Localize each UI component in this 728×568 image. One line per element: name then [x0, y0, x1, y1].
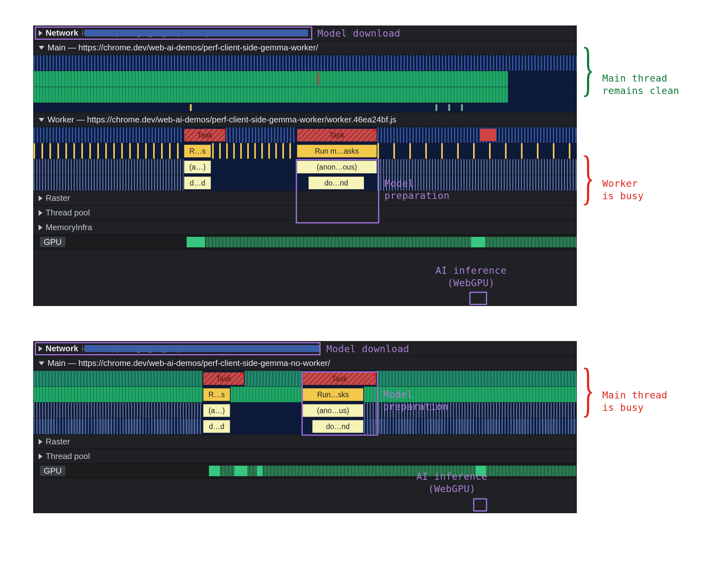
- do-block[interactable]: do…nd: [312, 420, 363, 433]
- run-label: Run…sks: [317, 390, 349, 399]
- task-label: Task: [329, 131, 344, 140]
- anon-block[interactable]: (ano…us): [303, 404, 363, 417]
- anno-model-download: Model download: [317, 28, 400, 39]
- main-track-anon[interactable]: (a…) (ano…us): [33, 402, 576, 418]
- anno-model-download: Model download: [326, 343, 409, 354]
- threadpool-label: Thread pool: [46, 451, 90, 461]
- main-track-task[interactable]: Task Task: [33, 371, 576, 387]
- brace-worker: }: [582, 147, 595, 207]
- anon-label: (a…): [208, 406, 225, 415]
- main-track-4[interactable]: [33, 103, 576, 113]
- expand-icon[interactable]: [39, 210, 42, 216]
- collapse-icon[interactable]: [39, 118, 44, 122]
- do-block[interactable]: do…nd: [308, 177, 364, 189]
- panel-worker-wrap: Network i-int4.bin (storage.googleapis.c…: [33, 26, 703, 306]
- track-worker-header[interactable]: Worker — https://chrome.dev/web-ai-demos…: [33, 113, 576, 127]
- expand-icon[interactable]: [39, 196, 42, 201]
- anno-ai-inference: AI inference(WebGPU): [435, 264, 507, 289]
- run-block[interactable]: Run…sks: [303, 388, 363, 401]
- task-label: Task: [332, 374, 347, 383]
- main-track-do[interactable]: d…d do…nd: [33, 418, 576, 434]
- track-memoryinfra[interactable]: MemoryInfra: [33, 220, 576, 235]
- highlight-gpu: [469, 291, 487, 305]
- panel-noworker-wrap: Network i-int4.bin (storage.googleapis.c…: [33, 341, 703, 513]
- run-block[interactable]: R…s: [203, 388, 230, 401]
- threadpool-label: Thread pool: [46, 208, 90, 218]
- do-block[interactable]: d…d: [184, 177, 211, 189]
- anon-label: (a…): [189, 163, 205, 172]
- do-label: do…nd: [326, 422, 350, 431]
- do-block[interactable]: d…d: [203, 420, 230, 433]
- anno-main-busy: Main threadis busy: [602, 389, 667, 414]
- task-block[interactable]: Task: [203, 372, 244, 385]
- gpu-label: GPU: [40, 466, 65, 476]
- brace-main: }: [582, 39, 595, 99]
- track-network[interactable]: Network i-int4.bin (storage.googleapis.c…: [33, 341, 576, 356]
- task-block[interactable]: Task: [297, 129, 377, 142]
- run-label: R…s: [208, 390, 225, 399]
- task-block[interactable]: Task: [184, 129, 226, 142]
- task-label: Task: [197, 131, 212, 140]
- anno-worker-busy: Workeris busy: [602, 177, 644, 202]
- devtools-panel-noworker[interactable]: Network i-int4.bin (storage.googleapis.c…: [33, 341, 577, 513]
- anno-main-clean: Main threadremains clean: [602, 72, 679, 97]
- worker-track-run[interactable]: R…s Run m…asks: [33, 143, 576, 159]
- devtools-panel-worker[interactable]: Network i-int4.bin (storage.googleapis.c…: [33, 26, 577, 306]
- highlight-gpu: [473, 498, 487, 512]
- gpu-label: GPU: [40, 237, 65, 247]
- memoryinfra-label: MemoryInfra: [46, 223, 92, 233]
- anon-block[interactable]: (anon…ous): [297, 161, 377, 173]
- track-threadpool[interactable]: Thread pool: [33, 449, 576, 464]
- collapse-icon[interactable]: [39, 361, 44, 365]
- track-raster[interactable]: Raster: [33, 434, 576, 449]
- expand-icon[interactable]: [39, 439, 42, 445]
- brace-main-busy: }: [582, 359, 595, 419]
- do-label: do…nd: [324, 179, 348, 188]
- main-track-1[interactable]: [33, 55, 576, 71]
- anno-model-prep: Modelpreparation: [384, 178, 449, 202]
- run-label: R…s: [189, 147, 205, 156]
- anon-label: (ano…us): [317, 406, 349, 415]
- worker-track-task[interactable]: Task Task: [33, 127, 576, 143]
- do-label: d…d: [190, 179, 205, 188]
- anno-model-prep: Modelpreparation: [383, 388, 448, 412]
- main-label: Main — https://chrome.dev/web-ai-demos/p…: [48, 43, 318, 53]
- task-block[interactable]: Task: [303, 372, 376, 385]
- run-block[interactable]: R…s: [184, 145, 211, 158]
- track-network[interactable]: Network i-int4.bin (storage.googleapis.c…: [33, 26, 576, 41]
- run-block[interactable]: Run m…asks: [297, 145, 377, 158]
- collapse-icon[interactable]: [39, 46, 44, 50]
- worker-track-do[interactable]: d…d do…nd: [33, 175, 576, 191]
- track-main-header[interactable]: Main — https://chrome.dev/web-ai-demos/p…: [33, 41, 576, 55]
- do-label: d…d: [209, 422, 225, 431]
- anon-block[interactable]: (a…): [184, 161, 211, 173]
- track-main-header[interactable]: Main — https://chrome.dev/web-ai-demos/p…: [33, 356, 576, 371]
- main-track-3[interactable]: [33, 87, 576, 103]
- raster-label: Raster: [46, 437, 70, 446]
- track-raster[interactable]: Raster: [33, 191, 576, 206]
- anno-ai-inference: AI inference(WebGPU): [416, 470, 487, 495]
- track-gpu[interactable]: GPU: [33, 464, 576, 478]
- main-track-run[interactable]: R…s Run…sks: [33, 387, 576, 402]
- task-label: Task: [216, 374, 231, 383]
- main-track-2[interactable]: [33, 71, 576, 87]
- worker-label: Worker — https://chrome.dev/web-ai-demos…: [48, 115, 396, 125]
- run-label: Run m…asks: [315, 147, 359, 156]
- expand-icon[interactable]: [39, 454, 42, 459]
- anon-label: (anon…ous): [317, 163, 357, 172]
- worker-track-anon[interactable]: (a…) (anon…ous): [33, 159, 576, 175]
- expand-icon[interactable]: [39, 225, 42, 231]
- anon-block[interactable]: (a…): [203, 404, 230, 417]
- main-label: Main — https://chrome.dev/web-ai-demos/p…: [48, 358, 330, 368]
- raster-label: Raster: [46, 193, 70, 203]
- track-threadpool[interactable]: Thread pool: [33, 206, 576, 220]
- track-gpu[interactable]: GPU: [33, 235, 576, 250]
